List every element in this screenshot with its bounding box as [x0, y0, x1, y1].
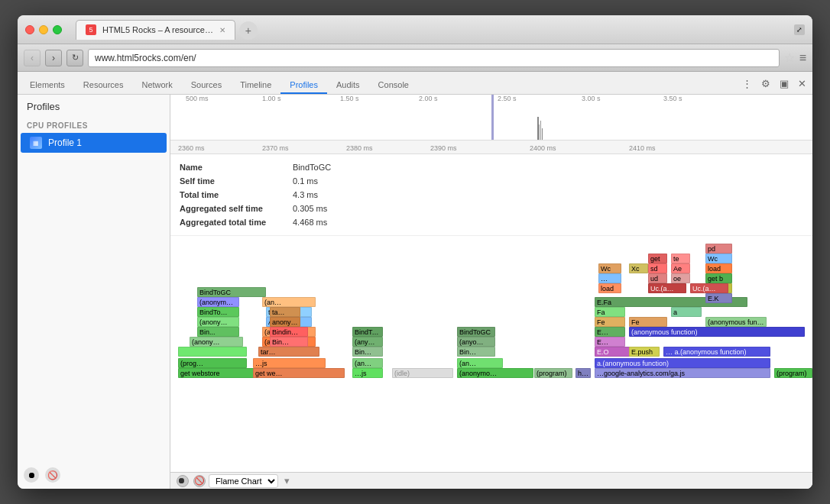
flame-bar[interactable]: load: [705, 263, 732, 273]
ruler-mark-7: 3.50 s: [663, 95, 682, 102]
sidebar-item-profile1[interactable]: ▦ Profile 1: [21, 133, 167, 153]
flame-bar[interactable]: …js: [352, 368, 383, 378]
flame-bar[interactable]: a: [671, 307, 702, 317]
tab-close-icon[interactable]: ✕: [219, 26, 225, 34]
flame-bar[interactable]: get we…: [253, 368, 345, 378]
close-devtools-icon[interactable]: ✕: [795, 76, 809, 91]
flame-bar[interactable]: BindToGC: [352, 327, 383, 337]
flame-bar-anon-fn2[interactable]: (anonymous function): [629, 327, 805, 337]
flame-bar[interactable]: E…: [595, 327, 625, 337]
ruler-mark-5: 2.50 s: [498, 95, 517, 102]
flame-bar[interactable]: (program): [534, 368, 572, 378]
flame-bar[interactable]: (any…: [352, 337, 383, 347]
sidebar-bottom: ⏺ 🚫: [18, 461, 170, 489]
flame-bar[interactable]: (an…: [262, 297, 316, 307]
new-tab-button[interactable]: +: [239, 21, 258, 40]
flame-bar[interactable]: … a.(anonymous function): [663, 347, 770, 357]
flame-bar[interactable]: load: [598, 283, 621, 293]
flame-bar[interactable]: tar…: [258, 347, 319, 357]
flame-bar-xc[interactable]: Xc: [629, 263, 648, 273]
flame-bar[interactable]: (an…: [352, 358, 383, 368]
flame-bar[interactable]: …google-analytics.com/ga.js: [595, 368, 770, 378]
flame-bar-uca2[interactable]: Uc.(a…: [690, 283, 728, 293]
timeline-overview[interactable]: 500 ms 1.00 s 1.50 s 2.00 s 2.50 s 3.00 …: [170, 95, 812, 141]
flame-bar[interactable]: (anyo…: [457, 337, 495, 347]
flame-bar-uca[interactable]: Uc.(a…: [648, 283, 686, 293]
flame-bar[interactable]: BindToGC: [457, 327, 495, 337]
flame-bar[interactable]: Bin...: [197, 327, 239, 337]
settings-icon[interactable]: ⚙: [758, 76, 773, 91]
flame-bar-idle[interactable]: (idle): [392, 368, 453, 378]
flame-bar[interactable]: E…: [595, 337, 625, 347]
resize-icon[interactable]: ⤢: [794, 24, 805, 35]
flame-bar[interactable]: BindToGC: [197, 287, 266, 297]
chart-type-select[interactable]: Flame Chart: [209, 474, 278, 488]
maximize-button[interactable]: [53, 25, 62, 34]
flame-bar-eo[interactable]: E.O: [595, 347, 633, 357]
tab-profiles[interactable]: Profiles: [280, 77, 327, 94]
info-row-self: Self time 0.1 ms: [180, 174, 331, 188]
flame-bar[interactable]: (anony…: [197, 317, 239, 327]
flame-bar[interactable]: pd: [705, 244, 732, 254]
flame-bar[interactable]: ta…: [270, 307, 300, 317]
address-bar[interactable]: www.html5rocks.com/en/: [88, 49, 780, 67]
flame-bar[interactable]: (anonymous function): [705, 317, 767, 327]
title-bar: 5 HTML5 Rocks – A resource… ✕ + ⤢: [18, 15, 812, 44]
layout-icon[interactable]: ▣: [777, 76, 792, 91]
bookmark-icon[interactable]: ☆: [784, 50, 795, 65]
flame-bar[interactable]: (program): [774, 368, 812, 378]
flame-bar[interactable]: Wc: [705, 254, 732, 263]
flame-bar-anon-fn[interactable]: a.(anonymous function): [595, 358, 770, 368]
back-button[interactable]: ‹: [24, 50, 41, 66]
flame-bar[interactable]: Fe: [629, 317, 667, 327]
flame-bar-sd[interactable]: sd: [648, 263, 667, 273]
tab-elements[interactable]: Elements: [21, 77, 74, 94]
tab-timeline[interactable]: Timeline: [231, 77, 280, 94]
flame-bar[interactable]: E.K: [705, 293, 732, 303]
refresh-button[interactable]: ↻: [66, 50, 83, 66]
flame-bar[interactable]: …js: [253, 358, 326, 368]
tab-console[interactable]: Console: [369, 77, 418, 94]
flame-bar[interactable]: [178, 347, 247, 357]
tab-sources[interactable]: Sources: [182, 77, 231, 94]
tab-network[interactable]: Network: [132, 77, 181, 94]
flame-bar[interactable]: anony…: [270, 317, 300, 327]
record-status-button[interactable]: ⏺: [177, 475, 189, 487]
flame-bar[interactable]: Bin…: [270, 337, 308, 347]
dock-icon[interactable]: ⋮: [739, 76, 755, 91]
menu-icon[interactable]: ≡: [799, 51, 806, 65]
flame-bar[interactable]: Bin…: [457, 347, 495, 357]
record-button[interactable]: ⏺: [24, 467, 39, 483]
clear-button[interactable]: 🚫: [45, 467, 60, 483]
flame-bar[interactable]: get b: [705, 273, 732, 283]
flame-bar[interactable]: (anonymo…: [197, 297, 239, 307]
info-name-value: BindToGC: [293, 160, 331, 174]
flame-bar-ae[interactable]: Ae: [671, 263, 690, 273]
flame-bar[interactable]: Fe: [595, 317, 625, 327]
close-button[interactable]: [25, 25, 34, 34]
flame-chart[interactable]: (prog… (anony… Bin... (anony… BindTo… (a…: [170, 236, 812, 472]
flame-bar[interactable]: Fa: [595, 307, 625, 317]
tab-resources[interactable]: Resources: [74, 77, 133, 94]
flame-bar[interactable]: h…: [575, 368, 591, 378]
flame-bar[interactable]: BindTo…: [197, 307, 239, 317]
flame-bar-oe[interactable]: oe: [671, 273, 690, 283]
flame-bar[interactable]: E.push: [629, 347, 660, 357]
stop-status-button[interactable]: 🚫: [193, 475, 206, 487]
flame-bar-get[interactable]: get: [648, 254, 667, 263]
flame-bar[interactable]: (an…: [457, 358, 503, 368]
minimize-button[interactable]: [39, 25, 48, 34]
browser-tab[interactable]: 5 HTML5 Rocks – A resource… ✕: [76, 20, 235, 40]
flame-bar[interactable]: …: [598, 273, 621, 283]
flame-bar-ud[interactable]: ud: [648, 273, 667, 283]
timeline-spike-3: [540, 121, 541, 140]
forward-button[interactable]: ›: [45, 50, 62, 66]
flame-bar[interactable]: Bindin…: [270, 327, 308, 337]
flame-bar[interactable]: Bin…: [352, 347, 383, 357]
tab-audits[interactable]: Audits: [327, 77, 369, 94]
flame-bar[interactable]: (prog…: [178, 358, 247, 368]
flame-bar[interactable]: (anony…: [190, 337, 243, 347]
flame-bar-wc[interactable]: Wc: [598, 263, 621, 273]
flame-bar-te[interactable]: te: [671, 254, 690, 263]
flame-bar[interactable]: (anonymo…: [457, 368, 533, 378]
